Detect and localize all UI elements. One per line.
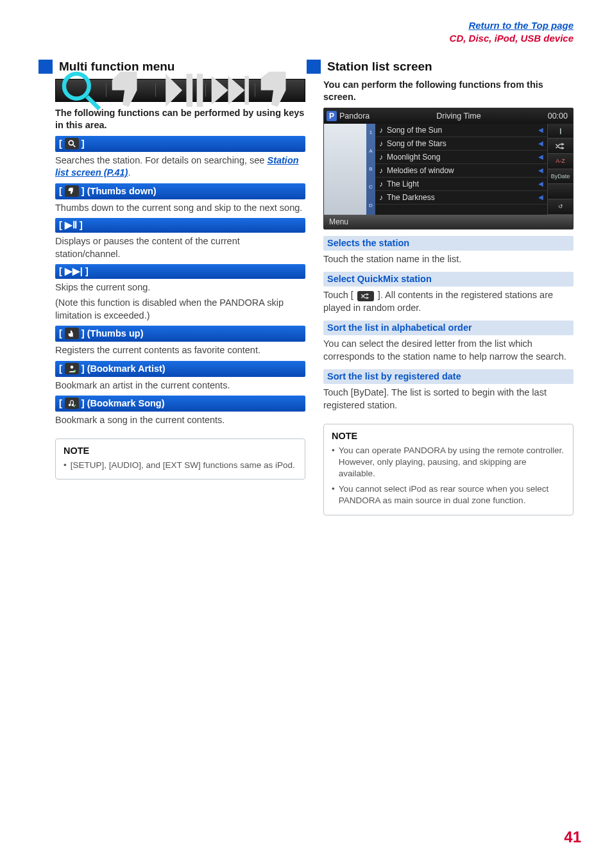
bookmark-artist-header: [ ] (Bookmark Artist) — [55, 361, 305, 377]
list-item[interactable]: ♪The Darkness◀ — [375, 191, 547, 204]
label-post: ] (Bookmark Song) — [81, 398, 165, 408]
scroll-item[interactable]: C — [369, 184, 373, 190]
toolbar-thumbs-down-icon[interactable] — [106, 79, 156, 101]
menu-button[interactable]: Menu — [324, 215, 573, 229]
thumbs-up-desc: Registers the current contents as favori… — [55, 344, 305, 357]
svg-rect-2 — [187, 74, 193, 107]
header-links: Return to the Top page CD, Disc, iPod, U… — [55, 19, 574, 46]
right-section-title: Station list screen — [327, 60, 432, 74]
station-list: ♪Song of the Sun◀ ♪Song of the Stars◀ ♪M… — [375, 124, 547, 215]
back-button[interactable]: ↺ — [547, 199, 573, 215]
side-button[interactable]: ❙ — [547, 124, 573, 139]
return-top-link[interactable]: Return to the Top page — [468, 20, 574, 31]
label-pre: [ — [59, 363, 62, 374]
right-button-column: ❙ A-Z ByDate ↺ — [547, 124, 573, 215]
selects-station-header: Selects the station — [323, 236, 574, 251]
svg-marker-5 — [228, 76, 244, 104]
svg-point-7 — [69, 140, 73, 145]
chevron-left-icon: ◀ — [538, 140, 543, 147]
svg-marker-9 — [561, 142, 565, 146]
note-text: You can operate PANDORA by using the rem… — [339, 445, 565, 480]
breadcrumb: CD, Disc, iPod, USB device — [450, 33, 574, 44]
bullet-icon: • — [332, 483, 335, 506]
song-name: Song of the Sun — [387, 126, 442, 135]
toolbar-search-icon[interactable] — [56, 79, 106, 101]
scroll-item[interactable]: 1 — [370, 129, 372, 135]
left-note-box: NOTE • [SETUP], [AUDIO], and [EXT SW] fu… — [55, 438, 305, 480]
bookmark-artist-desc: Bookmark an artist in the current conten… — [55, 380, 305, 392]
section-marker — [38, 60, 53, 74]
alpha-scroll[interactable]: 1 A B C D — [366, 124, 375, 215]
play-pause-label: [ ▶Ⅱ ] — [59, 220, 83, 230]
song-name: Moonlight Song — [387, 153, 440, 162]
skip-label: [ ▶▶| ] — [59, 266, 89, 276]
note-text: [SETUP], [AUDIO], and [EXT SW] functions… — [71, 460, 295, 471]
right-column: Station list screen You can perform the … — [323, 57, 574, 515]
label-post: ] (Bookmark Artist) — [81, 363, 166, 374]
sort-bydate-button[interactable]: ByDate — [547, 169, 573, 185]
scroll-item[interactable]: B — [369, 166, 372, 172]
thumbs-up-icon — [65, 328, 79, 339]
label-pre: [ — [59, 186, 62, 196]
svg-marker-12 — [366, 297, 369, 299]
list-item[interactable]: ♪Melodies of window◀ — [375, 164, 547, 178]
sort-bydate-desc: Touch [ByDate]. The list is sorted to be… — [323, 387, 574, 412]
list-item[interactable]: ♪The Light◀ — [375, 178, 547, 191]
thumbs-down-icon — [65, 185, 79, 197]
thumbs-up-header: [ ] (Thumbs up) — [55, 326, 305, 342]
song-name: The Darkness — [387, 193, 435, 202]
svg-point-8 — [71, 365, 74, 369]
time-display: 00:00 — [548, 112, 568, 121]
svg-rect-6 — [244, 76, 248, 104]
svg-marker-11 — [366, 294, 369, 296]
search-desc: Searches the station. For details on sea… — [55, 154, 305, 179]
svg-marker-4 — [211, 76, 228, 104]
scroll-item[interactable]: D — [369, 203, 373, 208]
music-note-icon: ♪ — [379, 153, 383, 162]
play-pause-header: [ ▶Ⅱ ] — [55, 218, 305, 233]
bookmark-song-header: [ ] (Bookmark Song) — [55, 396, 305, 412]
song-name: Melodies of window — [387, 166, 454, 175]
music-note-icon: ♪ — [379, 179, 383, 188]
search-icon — [65, 138, 79, 149]
music-note-icon: ♪ — [379, 126, 383, 135]
sort-alpha-desc: You can select the desired letter from t… — [323, 338, 574, 363]
scroll-item[interactable]: A — [369, 148, 372, 154]
note-title: NOTE — [332, 431, 565, 441]
bookmark-song-desc: Bookmark a song in the current contents. — [55, 414, 305, 427]
skip-desc-2: (Note this function is disabled when the… — [55, 297, 305, 322]
quickmix-button[interactable] — [547, 138, 573, 154]
toolbar-play-pause-icon[interactable] — [155, 79, 205, 101]
svg-marker-1 — [166, 74, 182, 107]
shuffle-icon — [357, 291, 374, 301]
quickmix-desc-pre: Touch [ — [323, 290, 356, 300]
side-button[interactable] — [547, 184, 573, 199]
search-key-header: [ ] — [55, 136, 305, 152]
label-pre: [ — [59, 398, 62, 408]
song-name: The Light — [387, 179, 419, 188]
quickmix-desc: Touch [ ]. All contents in the registere… — [323, 289, 574, 314]
svg-point-0 — [64, 74, 89, 99]
toolbar-thumbs-up-icon[interactable] — [255, 79, 305, 101]
left-column: Multi function menu The fo — [55, 57, 305, 515]
music-note-icon: ♪ — [379, 139, 383, 148]
chevron-left-icon: ◀ — [538, 194, 543, 201]
search-desc-pre: Searches the station. For details on sea… — [55, 155, 267, 165]
pandora-badge-icon: P — [327, 111, 337, 121]
multi-function-toolbar — [55, 79, 305, 102]
list-item[interactable]: ♪Moonlight Song◀ — [375, 151, 547, 164]
svg-marker-10 — [561, 146, 565, 149]
song-name: Song of the Stars — [387, 139, 446, 148]
toolbar-skip-icon[interactable] — [205, 79, 255, 101]
skip-desc-1: Skips the current song. — [55, 281, 305, 294]
music-note-icon: ♪ — [379, 193, 383, 202]
list-item[interactable]: ♪Song of the Sun◀ — [375, 124, 547, 137]
right-note-box: NOTE • You can operate PANDORA by using … — [323, 424, 574, 515]
music-note-icon: ♪ — [379, 166, 383, 175]
bullet-icon: • — [332, 445, 335, 480]
section-marker — [307, 60, 321, 74]
note-text: You cannot select iPod as rear source wh… — [339, 483, 565, 506]
sort-alpha-button[interactable]: A-Z — [547, 154, 573, 169]
album-art-placeholder — [324, 124, 366, 215]
list-item[interactable]: ♪Song of the Stars◀ — [375, 137, 547, 151]
